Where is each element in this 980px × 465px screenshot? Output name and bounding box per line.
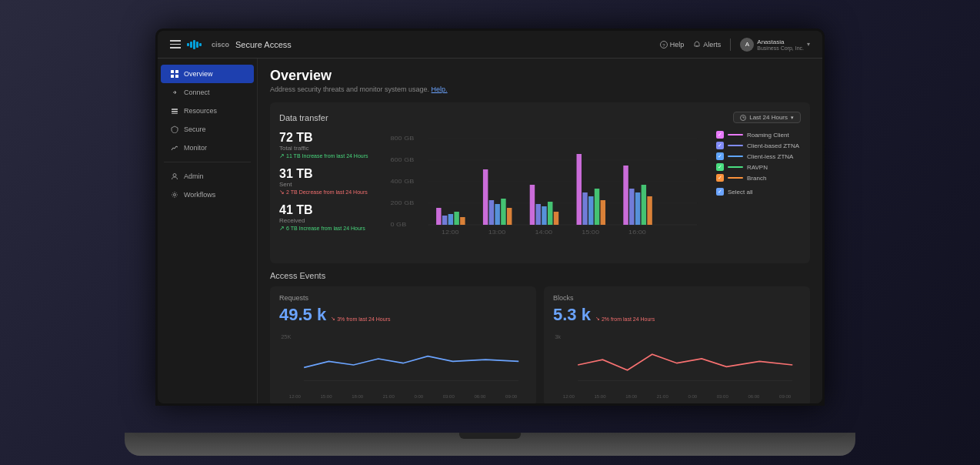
time-filter-button[interactable]: Last 24 Hours ▾ xyxy=(733,112,801,123)
legend-checkbox-branch xyxy=(716,174,724,182)
sidebar-item-overview[interactable]: Overview xyxy=(161,65,254,83)
legend-label-client-ztna: Client-based ZTNA xyxy=(747,142,799,149)
time-filter-label: Last 24 Hours xyxy=(749,114,788,121)
legend-label-clientless-ztna: Client-less ZTNA xyxy=(747,153,793,160)
svg-rect-36 xyxy=(489,200,494,225)
stat-total-value: 72 TB xyxy=(279,131,379,145)
user-name: Anastasia xyxy=(757,38,804,45)
requests-x-labels: 12:00 15:00 18:00 21:00 0:00 03:00 06:00… xyxy=(279,394,527,399)
svg-text:13:00: 13:00 xyxy=(488,229,506,236)
access-events-title: Access Events xyxy=(270,271,810,280)
stat-sent-value: 31 TB xyxy=(279,167,379,181)
requests-title: Requests xyxy=(279,294,527,302)
svg-rect-49 xyxy=(601,200,605,225)
svg-rect-50 xyxy=(623,166,628,225)
svg-text:12:00: 12:00 xyxy=(442,229,459,236)
user-avatar: A xyxy=(740,38,754,52)
sidebar-item-resources[interactable]: Resources xyxy=(161,102,254,120)
legend-line-roaming xyxy=(728,134,743,135)
sidebar-item-label-resources: Resources xyxy=(184,107,217,115)
stat-total-label: Total traffic xyxy=(279,145,379,152)
legend-line-client-ztna xyxy=(728,145,743,146)
requests-change: ↘ 3% from last 24 Hours xyxy=(331,316,390,322)
legend-item-ravpn[interactable]: RAVPN xyxy=(716,163,801,171)
legend-line-branch xyxy=(728,177,743,179)
svg-rect-37 xyxy=(495,204,499,225)
sidebar-item-label-workflows: Workflows xyxy=(184,191,215,199)
access-events-section: Access Events Requests 49.5 k ↘ 3% from … xyxy=(270,271,810,403)
sidebar-item-label-overview: Overview xyxy=(184,70,213,78)
stat-received-label: Received xyxy=(279,217,379,224)
cisco-text: cisco xyxy=(212,41,229,49)
svg-rect-51 xyxy=(629,189,634,225)
help-link[interactable]: Help. xyxy=(432,85,448,93)
svg-rect-34 xyxy=(460,217,465,225)
svg-rect-46 xyxy=(582,192,587,225)
svg-rect-2 xyxy=(193,40,195,49)
blocks-value: 5.3 k xyxy=(553,305,591,325)
legend-label-roaming: Roaming Client xyxy=(747,132,789,139)
help-button[interactable]: ? Help xyxy=(660,41,685,49)
sidebar-item-label-monitor: Monitor xyxy=(184,144,207,152)
legend-checkbox-clientless-ztna xyxy=(716,152,724,160)
svg-text:3k: 3k xyxy=(555,333,561,340)
svg-rect-10 xyxy=(171,75,174,78)
svg-rect-54 xyxy=(647,196,652,225)
svg-rect-33 xyxy=(454,212,458,225)
svg-text:200 GB: 200 GB xyxy=(391,200,415,206)
blocks-x-labels: 12:00 15:00 18:00 21:00 0:00 03:00 06:00… xyxy=(553,394,801,399)
sidebar-item-secure[interactable]: Secure xyxy=(161,120,254,139)
legend-item-clientless-ztna[interactable]: Client-less ZTNA xyxy=(716,152,801,160)
svg-rect-45 xyxy=(577,154,582,225)
sidebar-item-connect[interactable]: Connect xyxy=(161,83,254,102)
svg-text:600 GB: 600 GB xyxy=(391,157,415,163)
legend-label-ravpn: RAVPN xyxy=(747,164,768,171)
sidebar-item-monitor[interactable]: Monitor xyxy=(161,139,254,157)
user-info: Anastasia Business Corp, Inc. xyxy=(757,38,804,51)
data-transfer-content: 72 TB Total traffic ↗ 11 TB Increase fro… xyxy=(279,131,801,254)
svg-text:14:00: 14:00 xyxy=(535,229,553,236)
svg-rect-35 xyxy=(483,169,488,225)
svg-rect-44 xyxy=(554,212,558,225)
events-row: Requests 49.5 k ↘ 3% from last 24 Hours xyxy=(270,286,810,403)
sidebar-item-admin[interactable]: Admin xyxy=(161,167,254,186)
legend-checkbox-roaming xyxy=(716,131,724,139)
user-menu[interactable]: A Anastasia Business Corp, Inc. ▾ xyxy=(740,38,810,52)
svg-rect-43 xyxy=(548,202,552,225)
user-gear-icon xyxy=(170,172,179,181)
page-title: Overview xyxy=(270,68,810,84)
legend-item-roaming[interactable]: Roaming Client xyxy=(716,131,801,139)
laptop-notch xyxy=(459,433,521,439)
sidebar-divider xyxy=(164,162,251,162)
svg-text:15:00: 15:00 xyxy=(582,229,599,236)
requests-value-row: 49.5 k ↘ 3% from last 24 Hours xyxy=(279,305,527,325)
svg-rect-41 xyxy=(535,204,540,225)
svg-rect-52 xyxy=(635,192,640,225)
svg-rect-40 xyxy=(530,185,535,225)
sidebar-item-label-secure: Secure xyxy=(184,125,206,133)
svg-text:800 GB: 800 GB xyxy=(391,135,415,142)
hamburger-menu[interactable] xyxy=(170,40,181,49)
svg-text:400 GB: 400 GB xyxy=(391,179,415,185)
legend-item-client-ztna[interactable]: Client-based ZTNA xyxy=(716,142,801,149)
user-company: Business Corp, Inc. xyxy=(757,45,804,51)
main-content: Overview Address security threats and mo… xyxy=(258,59,822,403)
svg-point-16 xyxy=(174,194,176,196)
svg-rect-11 xyxy=(175,75,178,78)
alerts-button[interactable]: Alerts xyxy=(693,41,721,49)
sidebar-item-workflows[interactable]: Workflows xyxy=(161,186,254,204)
main-layout: Overview Connect Resources xyxy=(158,59,822,403)
sidebar-item-label-connect: Connect xyxy=(184,89,210,96)
laptop-base xyxy=(125,433,855,456)
legend-item-branch[interactable]: Branch xyxy=(716,174,801,182)
svg-rect-38 xyxy=(501,199,505,225)
sidebar-item-label-admin: Admin xyxy=(184,172,204,180)
legend-select-all-label: Select all xyxy=(728,189,752,196)
topbar-divider xyxy=(730,38,731,51)
svg-rect-9 xyxy=(175,70,178,73)
chevron-down-icon: ▾ xyxy=(807,41,810,48)
blocks-card: Blocks 5.3 k ↘ 2% from last 24 Hours xyxy=(544,286,810,403)
chart-line-icon xyxy=(170,143,179,152)
svg-rect-30 xyxy=(436,208,441,225)
legend-select-all[interactable]: Select all xyxy=(716,188,801,196)
